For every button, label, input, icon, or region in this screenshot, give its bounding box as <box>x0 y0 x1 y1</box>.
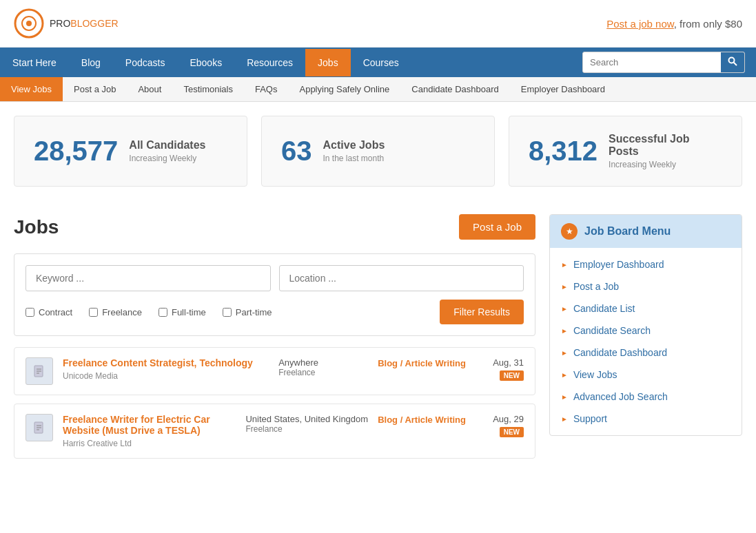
sub-nav-faqs[interactable]: FAQs <box>244 77 289 101</box>
new-badge-0: NEW <box>500 370 524 381</box>
sub-nav-candidate-dashboard[interactable]: Candidate Dashboard <box>400 77 509 101</box>
stat-label-posts: Successful Job Posts <box>609 133 722 158</box>
checkbox-freelance[interactable] <box>89 308 98 317</box>
stat-number-jobs: 63 <box>281 136 312 167</box>
keyword-input[interactable] <box>25 265 271 291</box>
sidebar-item-candidate-dashboard[interactable]: ► Candidate Dashboard <box>550 342 742 364</box>
main-content: Jobs Post a Job Contract Freelance <box>0 200 756 481</box>
new-badge-1: NEW <box>500 427 524 437</box>
arrow-icon: ► <box>561 327 568 335</box>
nav-items: Start Here Blog Podcasts Ebooks Resource… <box>0 49 571 76</box>
sidebar-item-support[interactable]: ► Support <box>550 408 742 430</box>
checkbox-parttime[interactable] <box>223 308 232 317</box>
sub-nav-testimonials[interactable]: Testimonials <box>172 77 244 101</box>
jobs-section: Jobs Post a Job Contract Freelance <box>14 214 535 467</box>
sidebar-item-view-jobs[interactable]: ► View Jobs <box>550 364 742 386</box>
job-category-link-0[interactable]: Blog / Article Writing <box>378 358 466 368</box>
stats-bar: 28,577 All Candidates Increasing Weekly … <box>0 102 756 200</box>
sub-nav-post-job[interactable]: Post a Job <box>63 77 127 101</box>
filter-freelance[interactable]: Freelance <box>89 307 142 317</box>
arrow-icon: ► <box>561 305 568 313</box>
job-main-0: Freelance Content Strategist, Technology… <box>63 357 269 381</box>
sidebar-item-employer-dashboard[interactable]: ► Employer Dashboard <box>550 253 742 275</box>
nav-item-podcasts[interactable]: Podcasts <box>113 49 178 76</box>
checkbox-fulltime[interactable] <box>159 308 167 317</box>
filter-contract[interactable]: Contract <box>25 307 72 317</box>
stat-card-posts: 8,312 Successful Job Posts Increasing We… <box>509 116 742 187</box>
logo-icon <box>14 8 44 39</box>
sub-nav-view-jobs[interactable]: View Jobs <box>0 77 63 101</box>
nav-item-jobs[interactable]: Jobs <box>305 49 351 76</box>
jobs-header: Jobs Post a Job <box>14 214 535 240</box>
arrow-icon: ► <box>561 349 568 357</box>
job-title-link-0[interactable]: Freelance Content Strategist, Technology <box>63 357 253 368</box>
sidebar: ★ Job Board Menu ► Employer Dashboard ► … <box>549 214 742 467</box>
sidebar-item-post-job[interactable]: ► Post a Job <box>550 275 742 297</box>
job-location-1: United States, United Kingdom Freelance <box>245 414 368 434</box>
main-search-button[interactable] <box>721 52 744 72</box>
filter-fulltime[interactable]: Full-time <box>159 307 206 317</box>
job-location-0: Anywhere Freelance <box>278 357 368 377</box>
job-date-0: Aug, 31 <box>476 357 524 368</box>
svg-point-2 <box>26 21 32 26</box>
stat-sub-posts: Increasing Weekly <box>609 160 722 169</box>
nav-item-courses[interactable]: Courses <box>351 49 411 76</box>
filter-checkboxes: Contract Freelance Full-time Part-time F… <box>25 300 524 324</box>
logo-blogger: BLOGGER <box>70 18 118 29</box>
post-job-cta-link[interactable]: Post a job now <box>606 18 674 30</box>
document-icon <box>32 364 46 378</box>
nav-item-resources[interactable]: Resources <box>234 49 305 76</box>
sidebar-item-advanced-job-search[interactable]: ► Advanced Job Search <box>550 386 742 408</box>
sidebar-item-candidate-search[interactable]: ► Candidate Search <box>550 320 742 342</box>
filter-inputs <box>25 265 524 291</box>
sidebar-item-candidate-list[interactable]: ► Candidate List <box>550 297 742 320</box>
nav-item-blog[interactable]: Blog <box>69 49 113 76</box>
stat-label-jobs: Active Jobs <box>323 139 385 151</box>
job-date-area-1: Aug, 29 NEW <box>476 414 524 437</box>
filter-results-button[interactable]: Filter Results <box>440 300 524 324</box>
nav-item-ebooks[interactable]: Ebooks <box>177 49 234 76</box>
logo: PROBLOGGER <box>14 8 119 39</box>
post-job-button[interactable]: Post a Job <box>459 214 535 240</box>
main-nav: Start Here Blog Podcasts Ebooks Resource… <box>0 48 756 77</box>
stat-card-jobs: 63 Active Jobs In the last month <box>261 116 495 187</box>
job-company-0: Unicode Media <box>63 371 269 381</box>
post-job-cta: Post a job now, from only $80 <box>606 18 742 30</box>
filter-parttime[interactable]: Part-time <box>223 307 272 317</box>
nav-item-start-here[interactable]: Start Here <box>0 49 69 76</box>
sidebar-menu-title: Job Board Menu <box>584 225 671 238</box>
stat-sub-jobs: In the last month <box>323 154 385 163</box>
arrow-icon: ► <box>561 371 568 379</box>
search-filters: Contract Freelance Full-time Part-time F… <box>14 253 535 336</box>
arrow-icon: ► <box>561 415 568 423</box>
job-company-1: Harris Creative Ltd <box>63 439 236 448</box>
job-title-link-1[interactable]: Freelance Writer for Electric Car Websit… <box>63 414 210 436</box>
svg-point-3 <box>729 58 735 63</box>
sub-nav-employer-dashboard[interactable]: Employer Dashboard <box>510 77 616 101</box>
sub-nav: View Jobs Post a Job About Testimonials … <box>0 77 756 102</box>
sub-nav-about[interactable]: About <box>127 77 172 101</box>
location-input[interactable] <box>279 265 524 291</box>
sub-nav-applying-safely[interactable]: Applying Safely Online <box>288 77 400 101</box>
arrow-icon: ► <box>561 283 568 291</box>
sidebar-menu-items: ► Employer Dashboard ► Post a Job ► Cand… <box>550 248 742 435</box>
logo-text: PROBLOGGER <box>50 18 119 29</box>
job-category-link-1[interactable]: Blog / Article Writing <box>378 415 466 425</box>
main-search-box <box>582 52 745 73</box>
job-icon-1 <box>25 414 53 441</box>
stat-label-candidates: All Candidates <box>129 139 205 151</box>
sidebar-menu-header: ★ Job Board Menu <box>550 215 742 248</box>
job-category-1: Blog / Article Writing <box>378 414 466 425</box>
checkbox-contract[interactable] <box>25 308 34 317</box>
stat-sub-candidates: Increasing Weekly <box>129 154 205 163</box>
main-search-input[interactable] <box>583 53 721 72</box>
job-date-1: Aug, 29 <box>476 414 524 424</box>
page-title: Jobs <box>14 216 59 238</box>
job-icon-0 <box>25 357 53 385</box>
search-icon <box>728 56 737 66</box>
table-row: Freelance Writer for Electric Car Websit… <box>14 404 535 459</box>
document-icon <box>32 421 46 435</box>
stat-card-candidates: 28,577 All Candidates Increasing Weekly <box>14 116 247 187</box>
sidebar-menu: ★ Job Board Menu ► Employer Dashboard ► … <box>549 214 742 436</box>
table-row: Freelance Content Strategist, Technology… <box>14 347 535 395</box>
